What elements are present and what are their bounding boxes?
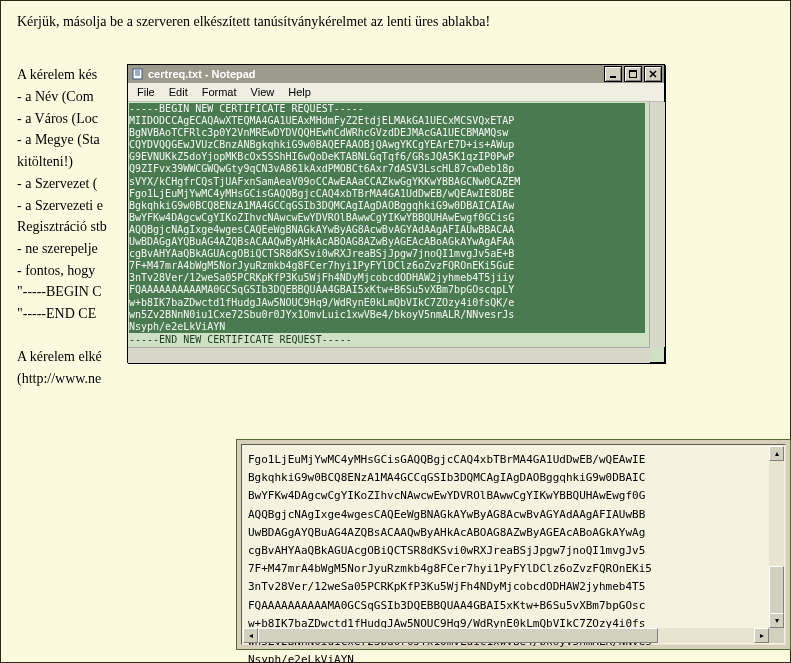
menu-item-format[interactable]: Format [195, 85, 244, 99]
svg-rect-4 [610, 76, 616, 78]
notepad-icon [132, 68, 144, 80]
maximize-button[interactable] [624, 66, 642, 82]
titlebar[interactable]: certreq.txt - Notepad [128, 65, 664, 83]
menu-item-help[interactable]: Help [281, 85, 318, 99]
scrollbar-vertical[interactable]: ▴ ▾ [769, 446, 784, 628]
scroll-thumb-horizontal[interactable] [258, 628, 658, 643]
instruction-text: Kérjük, másolja be a szerveren elkészíte… [17, 11, 774, 33]
minimize-icon [609, 70, 617, 78]
scroll-right-button[interactable]: ▸ [754, 628, 769, 643]
scroll-thumb-vertical[interactable] [769, 566, 784, 616]
titlebar-buttons [604, 66, 662, 82]
menu-item-file[interactable]: File [130, 85, 162, 99]
scrollbar-horizontal[interactable]: ◂ ▸ [243, 628, 769, 643]
close-icon [649, 70, 657, 78]
notepad-selected-text[interactable]: -----BEGIN NEW CERTIFICATE REQUEST----- … [129, 103, 645, 333]
instruction-line: (http://www.ne [17, 368, 774, 390]
scroll-down-button[interactable]: ▾ [769, 613, 784, 628]
notepad-client-area: -----BEGIN NEW CERTIFICATE REQUEST----- … [128, 102, 664, 362]
menubar: FileEditFormatViewHelp [128, 83, 664, 102]
menu-item-view[interactable]: View [244, 85, 282, 99]
certificate-request-textarea[interactable]: Fgo1LjEuMjYwMC4yMHsGCisGAQQBgjcCAQ4xbTBr… [241, 444, 786, 645]
notepad-scrollbar-vertical[interactable] [649, 102, 665, 347]
svg-rect-6 [629, 70, 637, 72]
minimize-button[interactable] [604, 66, 622, 82]
scroll-up-button[interactable]: ▴ [769, 446, 784, 461]
close-button[interactable] [644, 66, 662, 82]
certificate-request-panel: Fgo1LjEuMjYwMC4yMHsGCisGAQQBgjcCAQ4xbTBr… [236, 439, 791, 650]
notepad-end-line[interactable]: -----END NEW CERTIFICATE REQUEST----- [129, 334, 352, 345]
scroll-corner [769, 628, 784, 643]
notepad-window: certreq.txt - Notepad FileEditFormatView… [127, 64, 665, 363]
instruction-line [17, 43, 774, 65]
maximize-icon [629, 70, 637, 78]
scroll-left-button[interactable]: ◂ [243, 628, 258, 643]
page-background: Kérjük, másolja be a szerveren elkészíte… [0, 0, 791, 663]
window-title: certreq.txt - Notepad [148, 68, 600, 80]
notepad-scrollbar-horizontal[interactable] [128, 347, 650, 363]
menu-item-edit[interactable]: Edit [162, 85, 195, 99]
